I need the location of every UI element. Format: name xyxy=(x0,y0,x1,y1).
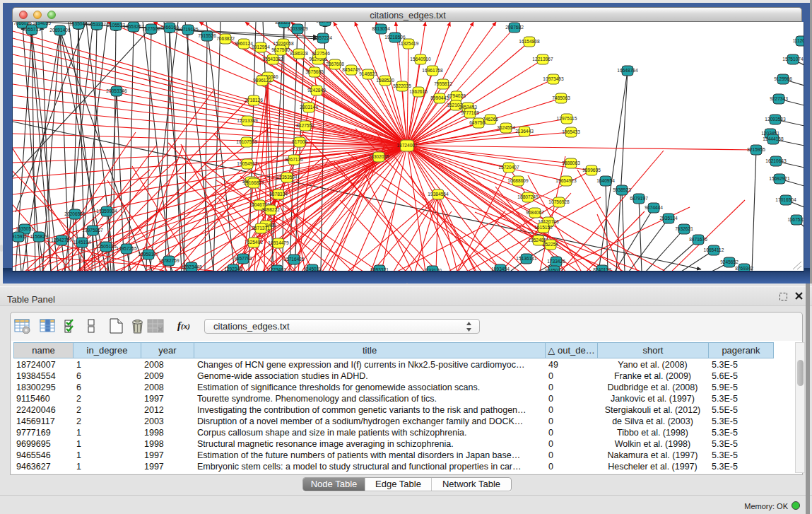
svg-text:1362615: 1362615 xyxy=(409,89,428,94)
svg-text:8990443: 8990443 xyxy=(430,95,449,100)
svg-text:10688609: 10688609 xyxy=(507,178,529,183)
svg-text:9245652: 9245652 xyxy=(720,259,739,264)
svg-text:16543382: 16543382 xyxy=(262,57,283,62)
svg-text:8240132: 8240132 xyxy=(593,267,611,271)
svg-text:9657791: 9657791 xyxy=(234,256,252,261)
svg-text:10653267: 10653267 xyxy=(123,24,144,29)
svg-text:10719185: 10719185 xyxy=(177,27,199,32)
svg-text:19654923: 19654923 xyxy=(555,178,577,183)
svg-text:12923448: 12923448 xyxy=(181,264,202,269)
svg-text:20206556: 20206556 xyxy=(64,211,86,216)
svg-text:1733426: 1733426 xyxy=(547,259,565,264)
svg-text:1112045: 1112045 xyxy=(793,38,804,43)
svg-text:19218506: 19218506 xyxy=(384,35,406,40)
svg-text:9242848: 9242848 xyxy=(307,88,326,93)
svg-text:10756928: 10756928 xyxy=(548,199,570,204)
svg-text:8878334: 8878334 xyxy=(269,192,288,197)
svg-text:1965433: 1965433 xyxy=(562,129,580,134)
svg-text:5322035: 5322035 xyxy=(393,83,411,88)
svg-text:2803144: 2803144 xyxy=(300,105,318,110)
svg-text:11325419: 11325419 xyxy=(399,41,419,46)
svg-text:3624554: 3624554 xyxy=(497,125,515,130)
svg-text:15136141: 15136141 xyxy=(516,256,537,261)
svg-text:16154808: 16154808 xyxy=(519,39,540,44)
svg-text:9888063: 9888063 xyxy=(562,160,580,165)
svg-text:12505135: 12505135 xyxy=(95,244,117,249)
svg-text:19166827: 19166827 xyxy=(243,180,264,185)
svg-text:9896123: 9896123 xyxy=(253,78,271,83)
svg-text:29053346: 29053346 xyxy=(106,88,127,93)
svg-text:9627500: 9627500 xyxy=(271,47,290,52)
svg-text:7733120: 7733120 xyxy=(423,268,442,271)
svg-text:18724007: 18724007 xyxy=(396,143,418,148)
svg-text:12093583: 12093583 xyxy=(765,117,786,122)
svg-text:9899695: 9899695 xyxy=(582,168,601,173)
svg-text:9777169: 9777169 xyxy=(461,110,479,115)
svg-text:15720407: 15720407 xyxy=(498,165,519,170)
svg-text:2136443: 2136443 xyxy=(515,129,534,134)
svg-text:9474444: 9474444 xyxy=(645,205,663,210)
svg-text:7357224: 7357224 xyxy=(314,35,332,40)
svg-text:1527602: 1527602 xyxy=(142,26,160,31)
svg-text:7663822: 7663822 xyxy=(216,36,235,41)
svg-text:1167533: 1167533 xyxy=(787,217,804,222)
svg-text:8427552: 8427552 xyxy=(296,123,314,128)
svg-text:10033809: 10033809 xyxy=(287,26,308,31)
svg-text:1640954: 1640954 xyxy=(596,178,615,183)
svg-text:7955812: 7955812 xyxy=(434,81,452,86)
svg-text:3571371: 3571371 xyxy=(252,226,270,230)
svg-text:10958107: 10958107 xyxy=(138,252,159,257)
svg-text:8267130: 8267130 xyxy=(285,157,303,162)
svg-text:17359934: 17359934 xyxy=(96,209,117,214)
svg-text:7515526: 7515526 xyxy=(198,33,216,38)
svg-text:6794028: 6794028 xyxy=(447,93,466,98)
svg-text:8454749: 8454749 xyxy=(342,67,360,72)
svg-text:1145194: 1145194 xyxy=(73,240,91,245)
svg-text:16961758: 16961758 xyxy=(422,68,443,73)
svg-text:12213967: 12213967 xyxy=(532,57,553,62)
svg-text:8769342: 8769342 xyxy=(735,266,753,271)
svg-text:12975115: 12975115 xyxy=(557,116,577,121)
svg-text:3675685: 3675685 xyxy=(305,69,324,74)
svg-text:1588520: 1588520 xyxy=(376,78,394,83)
svg-text:1156829: 1156829 xyxy=(30,234,48,239)
svg-text:1535051: 1535051 xyxy=(16,226,34,231)
svg-text:7632621: 7632621 xyxy=(675,226,693,231)
svg-text:23302035: 23302035 xyxy=(368,154,389,159)
svg-text:10973493: 10973493 xyxy=(543,76,564,81)
svg-text:2718126: 2718126 xyxy=(245,98,263,103)
svg-text:17016504: 17016504 xyxy=(775,197,796,202)
svg-text:8912954: 8912954 xyxy=(252,45,270,49)
svg-text:20691406: 20691406 xyxy=(49,28,71,33)
svg-text:12942757: 12942757 xyxy=(51,238,72,243)
svg-text:12213389: 12213389 xyxy=(237,118,258,123)
svg-text:9227343: 9227343 xyxy=(770,96,788,101)
svg-text:15692971: 15692971 xyxy=(769,176,790,181)
svg-text:9245012: 9245012 xyxy=(545,268,563,271)
svg-text:2867608: 2867608 xyxy=(326,62,344,66)
svg-text:18807249: 18807249 xyxy=(517,194,539,199)
svg-text:817006: 817006 xyxy=(292,139,307,144)
svg-text:9245011: 9245011 xyxy=(303,267,322,271)
svg-text:15640910: 15640910 xyxy=(410,57,431,62)
svg-text:1292348: 1292348 xyxy=(224,267,242,271)
svg-text:10107553: 10107553 xyxy=(236,139,257,144)
svg-text:17957255: 17957255 xyxy=(116,246,137,251)
svg-text:5938923: 5938923 xyxy=(613,187,631,192)
svg-text:8093321: 8093321 xyxy=(370,267,389,271)
svg-text:252254: 252254 xyxy=(543,242,558,247)
svg-text:16648784: 16648784 xyxy=(617,68,638,73)
svg-text:9084067: 9084067 xyxy=(526,210,544,215)
svg-text:6466160: 6466160 xyxy=(160,25,179,30)
svg-text:15751074: 15751074 xyxy=(782,57,804,62)
svg-text:10654112: 10654112 xyxy=(704,247,724,252)
svg-text:15716485: 15716485 xyxy=(283,257,305,262)
svg-text:8186328: 8186328 xyxy=(290,51,308,56)
svg-text:3498222: 3498222 xyxy=(261,207,280,212)
svg-text:3915912: 3915912 xyxy=(13,234,28,239)
svg-text:16782759: 16782759 xyxy=(158,258,180,263)
svg-text:16210643: 16210643 xyxy=(765,158,787,163)
svg-text:7625402: 7625402 xyxy=(245,240,263,245)
svg-text:9960124: 9960124 xyxy=(235,41,253,46)
svg-text:6879197: 6879197 xyxy=(630,196,648,201)
